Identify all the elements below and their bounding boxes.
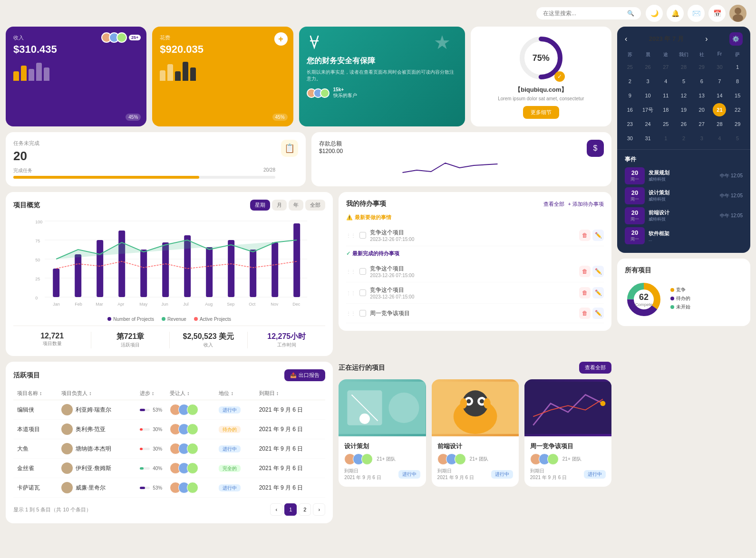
cal-day[interactable]: 22 <box>731 103 744 116</box>
cal-day[interactable]: 28 <box>677 60 690 74</box>
page-1-button[interactable]: 1 <box>284 503 297 516</box>
cal-day[interactable]: 2 <box>623 75 637 88</box>
cell-assignees <box>166 420 215 439</box>
expense-add-button[interactable]: + <box>274 32 288 46</box>
todo-item-3: ⋮⋮ 竞争这个项目 2023-12-26 07:15:00 🗑 ✏️ <box>346 282 604 304</box>
cal-day[interactable]: 5 <box>677 75 690 88</box>
cal-day[interactable]: 9 <box>623 89 637 102</box>
cal-day[interactable]: 25 <box>659 117 672 131</box>
svg-text:Jan: Jan <box>53 302 60 307</box>
cal-day[interactable]: 19 <box>677 103 690 116</box>
moon-icon[interactable]: 🌙 <box>646 5 663 22</box>
cal-day[interactable]: 30 <box>623 132 637 145</box>
cal-day[interactable]: 28 <box>713 117 726 131</box>
tab-month[interactable]: 月 <box>272 200 287 211</box>
cal-day[interactable]: 26 <box>677 117 690 131</box>
prev-page-button[interactable]: ‹ <box>270 503 282 516</box>
cal-day[interactable]: 4 <box>713 132 726 145</box>
notification-icon[interactable]: 🔔 <box>667 5 684 22</box>
cal-day[interactable]: 26 <box>641 60 655 74</box>
cal-day[interactable]: 10 <box>641 89 655 102</box>
cal-day[interactable]: 25 <box>623 60 637 74</box>
cal-day[interactable]: 31 <box>641 132 655 145</box>
cal-day[interactable]: 29 <box>731 117 744 131</box>
cal-day[interactable]: 29 <box>695 60 708 74</box>
todo-checkbox-4[interactable] <box>359 310 366 317</box>
cal-day[interactable]: 27 <box>695 117 708 131</box>
todo-edit-1[interactable]: ✏️ <box>592 230 604 241</box>
cal-day[interactable]: 30 <box>713 60 726 74</box>
cell-progress: 53% <box>136 400 166 420</box>
todo-delete-2[interactable]: 🗑 <box>579 266 591 277</box>
search-box[interactable]: 🔍 <box>536 7 641 19</box>
cal-day[interactable]: 2 <box>677 132 690 145</box>
cal-day[interactable]: 21 <box>713 103 726 116</box>
overview-header: 项目概览 星期 月 年 全部 <box>13 200 325 211</box>
cal-day[interactable]: 17号 <box>641 103 655 116</box>
savings-label: 存款总额 <box>319 140 581 148</box>
tab-all[interactable]: 全部 <box>305 200 325 211</box>
event-date-box-1: 20 周一 <box>625 167 645 184</box>
view-all-button[interactable]: 查看全部 <box>579 362 611 374</box>
cal-day[interactable]: 16 <box>623 103 637 116</box>
cell-status: 进行中 <box>215 478 255 498</box>
cal-day[interactable]: 15 <box>731 89 744 102</box>
svg-text:50: 50 <box>35 258 40 262</box>
cal-day[interactable]: 12 <box>677 89 690 102</box>
cal-day[interactable]: 1 <box>731 60 744 74</box>
cal-day[interactable]: 4 <box>659 75 672 88</box>
add-todo-link[interactable]: + 添加待办事项 <box>568 201 604 208</box>
todo-edit-2[interactable]: ✏️ <box>592 266 604 277</box>
cal-settings-icon[interactable]: ⚙️ <box>729 32 743 46</box>
cal-day[interactable]: 24 <box>641 117 655 131</box>
tab-week[interactable]: 星期 <box>250 200 270 211</box>
legend-compete-label: 竞争 <box>676 287 686 293</box>
promo-customers-label: 快乐的客户 <box>333 92 357 99</box>
cal-day[interactable]: 3 <box>695 132 708 145</box>
exp-bar-5 <box>190 67 196 81</box>
cell-assignees <box>166 478 215 498</box>
more-details-button[interactable]: 更多细节 <box>523 106 559 119</box>
cal-day[interactable]: 18 <box>659 103 672 116</box>
cal-day[interactable]: 13 <box>695 89 708 102</box>
todo-checkbox-1[interactable] <box>359 232 366 239</box>
svg-text:Dec: Dec <box>292 302 300 307</box>
cal-day[interactable]: 1 <box>659 132 672 145</box>
calendar-icon[interactable]: 📅 <box>708 5 726 22</box>
cal-day[interactable]: 6 <box>695 75 708 88</box>
todo-edit-4[interactable]: ✏️ <box>592 308 604 319</box>
tab-year[interactable]: 年 <box>289 200 303 211</box>
todo-edit-3[interactable]: ✏️ <box>592 287 604 298</box>
export-button[interactable]: 📤 出口报告 <box>284 369 325 381</box>
cal-title: 2023 年 7 月 <box>649 35 684 43</box>
cal-day[interactable]: 20 <box>695 103 708 116</box>
overview-title: 项目概览 <box>13 201 40 210</box>
cal-next-button[interactable]: › <box>705 35 708 43</box>
page-2-button[interactable]: 2 <box>299 503 311 516</box>
next-page-button[interactable]: › <box>313 503 325 516</box>
todo-checkbox-2[interactable] <box>359 268 366 275</box>
mail-icon[interactable]: ✉️ <box>688 5 705 22</box>
user-avatar[interactable] <box>729 5 746 22</box>
view-all-link[interactable]: 查看全部 <box>543 201 564 208</box>
todo-content-3: 竞争这个项目 2023-12-26 07:15:00 <box>370 286 575 299</box>
cal-day[interactable]: 14 <box>713 89 726 102</box>
cal-day[interactable]: 5 <box>731 132 744 145</box>
cal-day[interactable]: 23 <box>623 117 637 131</box>
cal-day[interactable]: 7 <box>713 75 726 88</box>
circle-desc: Lorem ipsum dolor sat amet, consectetur <box>498 96 584 101</box>
cal-day[interactable]: 27 <box>659 60 672 74</box>
cal-day[interactable]: 11 <box>659 89 672 102</box>
cal-day[interactable]: 3 <box>641 75 655 88</box>
cal-day[interactable]: 8 <box>731 75 744 88</box>
todo-checkbox-3[interactable] <box>359 289 366 296</box>
legend-todo-label: 待办的 <box>676 295 690 302</box>
todo-delete-3[interactable]: 🗑 <box>579 287 591 298</box>
todo-delete-4[interactable]: 🗑 <box>579 308 591 319</box>
cal-prev-button[interactable]: ‹ <box>625 35 627 43</box>
event-details-1: 发展规划 威特科技 <box>649 169 716 183</box>
todo-delete-1[interactable]: 🗑 <box>579 230 591 241</box>
active-projects-panel: 活跃项目 📤 出口报告 项目名称 ↕ 项目负责人 ↕ 进步 ↕ <box>6 362 333 523</box>
search-input[interactable] <box>543 10 623 17</box>
todo-actions-3: 🗑 ✏️ <box>579 287 604 298</box>
